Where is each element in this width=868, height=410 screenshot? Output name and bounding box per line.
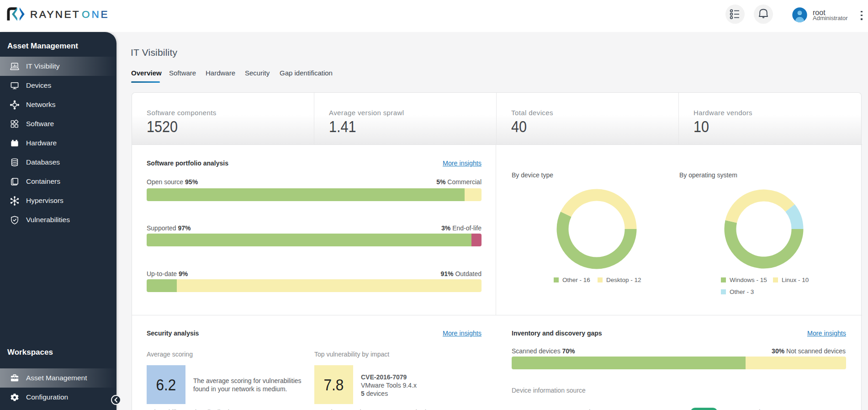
svg-text:O: O xyxy=(82,9,90,20)
svg-text:E: E xyxy=(101,9,108,20)
svg-text:RAYNET: RAYNET xyxy=(30,9,80,20)
svg-text:N: N xyxy=(92,9,99,20)
